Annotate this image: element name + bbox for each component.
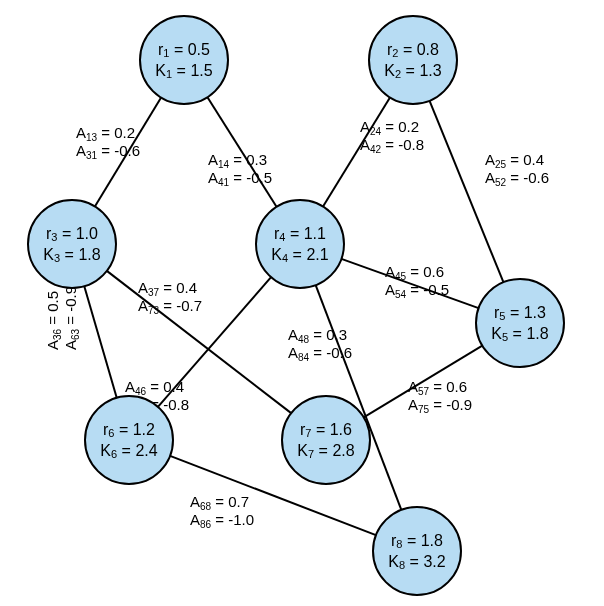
node-K-label-8: K8 = 3.2 [388,553,445,571]
edge-label-68: A68 = 0.7A86 = -1.0 [190,493,254,530]
node-circle-8 [373,507,461,595]
node-K-label-7: K7 = 2.8 [297,442,354,460]
node-circle-2 [369,16,457,104]
edge-label-57: A57 = 0.6A75 = -0.9 [408,378,472,415]
edge-A37: A37 = 0.4 [138,279,197,298]
node-K-label-1: K1 = 1.5 [155,62,212,80]
edge-A46: A46 = 0.4 [125,378,184,397]
edge-A41: A41 = -0.5 [208,169,272,188]
node-K-label-4: K4 = 2.1 [271,246,328,264]
edge-A48: A48 = 0.3 [288,326,347,345]
edge-A84: A84 = -0.6 [288,344,352,363]
edge-A63: A63 = -0.9 [62,286,81,350]
edge-A36: A36 = 0.5 [44,291,63,350]
node-8: r8 = 1.8K8 = 3.2 [373,507,461,595]
edge-A45: A45 = 0.6 [385,263,444,282]
edge-label-37: A37 = 0.4A73 = -0.7 [138,279,202,316]
node-circle-6 [85,396,173,484]
nodes-layer: r1 = 0.5K1 = 1.5r2 = 0.8K2 = 1.3r3 = 1.0… [28,16,564,595]
edge-label-14: A14 = 0.3A41 = -0.5 [208,151,272,188]
node-K-label-3: K3 = 1.8 [43,246,100,264]
network-diagram: A13 = 0.2A31 = -0.6A14 = 0.3A41 = -0.5A2… [0,0,604,606]
node-6: r6 = 1.2K6 = 2.4 [85,396,173,484]
edge-label-25: A25 = 0.4A52 = -0.6 [485,151,549,188]
edge-label-45: A45 = 0.6A54 = -0.5 [385,263,449,300]
edge-label-24: A24 = 0.2A42 = -0.8 [360,118,424,155]
edge-A75: A75 = -0.9 [408,396,472,415]
node-K-label-2: K2 = 1.3 [384,62,441,80]
edge-36 [84,286,116,398]
node-circle-1 [140,16,228,104]
edge-A86: A86 = -1.0 [190,511,254,530]
edge-A68: A68 = 0.7 [190,493,249,512]
edge-A31: A31 = -0.6 [76,142,140,161]
node-circle-7 [282,396,370,484]
edge-A52: A52 = -0.6 [485,169,549,188]
edge-label-36: A36 = 0.5A63 = -0.9 [44,286,81,350]
node-circle-4 [256,200,344,288]
node-circle-5 [476,279,564,367]
node-1: r1 = 0.5K1 = 1.5 [140,16,228,104]
edge-A14: A14 = 0.3 [208,151,267,170]
edge-A25: A25 = 0.4 [485,151,544,170]
edge-A13: A13 = 0.2 [76,124,135,143]
node-K-label-5: K5 = 1.8 [491,325,548,343]
edge-A57: A57 = 0.6 [408,378,467,397]
edge-A73: A73 = -0.7 [138,297,202,316]
node-7: r7 = 1.6K7 = 2.8 [282,396,370,484]
node-circle-3 [28,200,116,288]
node-2: r2 = 0.8K2 = 1.3 [369,16,457,104]
edge-A42: A42 = -0.8 [360,136,424,155]
node-K-label-6: K6 = 2.4 [100,442,157,460]
node-4: r4 = 1.1K4 = 2.1 [256,200,344,288]
node-5: r5 = 1.3K5 = 1.8 [476,279,564,367]
edge-label-13: A13 = 0.2A31 = -0.6 [76,124,140,161]
edge-A24: A24 = 0.2 [360,118,419,137]
node-3: r3 = 1.0K3 = 1.8 [28,200,116,288]
edge-label-48: A48 = 0.3A84 = -0.6 [288,326,352,363]
edge-A54: A54 = -0.5 [385,281,449,300]
edge-25 [430,101,504,282]
